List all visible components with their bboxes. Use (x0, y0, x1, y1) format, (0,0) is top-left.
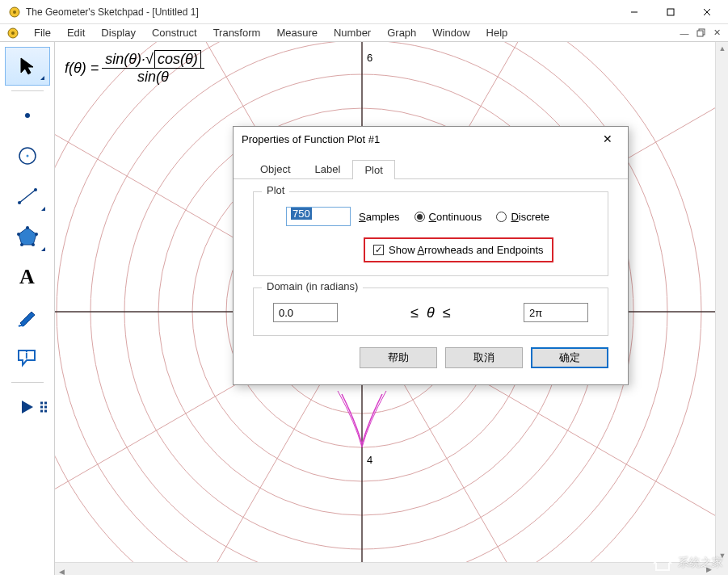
menu-measure[interactable]: Measure (268, 25, 326, 40)
dialog-tabs: Object Label Plot (234, 151, 628, 179)
select-tool[interactable] (5, 47, 50, 86)
info-icon: i (15, 346, 40, 370)
domain-from-input[interactable]: 0.0 (273, 303, 338, 322)
window-minimize-button[interactable] (616, 0, 652, 24)
ok-button[interactable]: 确定 (531, 347, 608, 368)
tab-object[interactable]: Object (248, 159, 303, 178)
dialog-title: Properties of Function Plot #1 (242, 133, 595, 145)
show-arrowheads-label: Show Arrowheads and Endpoints (389, 244, 544, 256)
radio-continuous[interactable]: Continuous (414, 211, 482, 223)
svg-point-21 (17, 233, 20, 236)
svg-marker-16 (19, 228, 36, 245)
help-button[interactable]: 帮助 (360, 347, 437, 368)
eq-den: sin(θ (134, 69, 172, 85)
menu-file[interactable]: File (26, 25, 59, 40)
text-icon: A (19, 265, 35, 289)
plot-legend: Plot (262, 184, 289, 196)
menu-display[interactable]: Display (93, 25, 144, 40)
mdi-close-button[interactable]: ✕ (709, 26, 724, 40)
eq-lhs: f(θ) = (65, 60, 99, 77)
play-icon (19, 398, 36, 416)
menu-number[interactable]: Number (326, 25, 379, 40)
polygon-tool[interactable] (5, 217, 50, 256)
vertical-scrollbar[interactable]: ▲ ▼ (715, 42, 728, 562)
menu-graph[interactable]: Graph (379, 25, 424, 40)
custom-tool[interactable] (5, 388, 50, 426)
svg-rect-9 (697, 31, 703, 36)
app-icon (8, 6, 21, 19)
plot-fieldset: Plot 750 Samples Continuous Discrete (253, 191, 608, 276)
dialog-close-button[interactable]: ✕ (595, 132, 620, 145)
sketch-canvas[interactable]: 6 4 f(θ) = sin(θ)·√cos(θ) sin(θ ▲ ▼ ◀ ▶ (55, 42, 728, 575)
menu-window[interactable]: Window (424, 25, 478, 40)
marker-tool[interactable] (5, 298, 50, 337)
marker-icon (15, 305, 40, 329)
circle-icon (16, 145, 39, 167)
window-close-button[interactable] (688, 0, 725, 24)
point-icon (16, 104, 39, 127)
tab-plot[interactable]: Plot (352, 160, 394, 179)
scroll-up-button[interactable]: ▲ (716, 42, 728, 55)
axis-label-top: 6 (367, 52, 372, 64)
eq-num-cos: cos(θ) (154, 50, 201, 68)
mdi-minimize-button[interactable]: — (677, 26, 692, 40)
show-arrowheads-highlight: ✓ Show Arrowheads and Endpoints (364, 237, 553, 262)
circle-tool[interactable] (5, 136, 50, 175)
polygon-icon (15, 225, 40, 249)
svg-point-14 (18, 201, 21, 204)
dialog-titlebar[interactable]: Properties of Function Plot #1 ✕ (234, 127, 628, 151)
radio-dot-icon (496, 212, 507, 222)
radio-discrete[interactable]: Discrete (496, 211, 549, 223)
domain-inequality: ≤ θ ≤ (410, 304, 451, 321)
domain-fieldset: Domain (in radians) 0.0 ≤ θ ≤ 2π (253, 288, 608, 336)
svg-point-17 (26, 226, 29, 229)
line-tool[interactable] (5, 177, 50, 216)
domain-to-input[interactable]: 2π (524, 303, 588, 322)
watermark-text: 系统之家 (678, 556, 723, 570)
mdi-restore-button[interactable] (693, 26, 708, 40)
menu-transform[interactable]: Transform (205, 25, 269, 40)
svg-point-20 (20, 243, 23, 246)
samples-input[interactable]: 750 (286, 207, 351, 226)
cancel-button[interactable]: 取消 (445, 347, 523, 368)
horizontal-scrollbar[interactable]: ◀ ▶ (55, 562, 715, 575)
menu-construct[interactable]: Construct (144, 25, 205, 40)
scroll-left-button[interactable]: ◀ (55, 565, 68, 575)
svg-rect-3 (667, 9, 674, 15)
domain-legend: Domain (in radians) (262, 280, 363, 292)
eq-num-sin: sin(θ) (105, 51, 141, 68)
document-icon (6, 27, 19, 40)
svg-point-19 (32, 243, 35, 246)
properties-dialog: Properties of Function Plot #1 ✕ Object … (233, 126, 629, 385)
point-tool[interactable] (5, 96, 50, 135)
function-equation[interactable]: f(θ) = sin(θ)·√cos(θ) sin(θ (65, 50, 208, 86)
window-maximize-button[interactable] (652, 0, 688, 24)
menu-help[interactable]: Help (478, 25, 516, 40)
svg-point-10 (25, 113, 30, 118)
svg-point-18 (35, 233, 38, 236)
menubar: File Edit Display Construct Transform Me… (0, 24, 728, 42)
watermark: 系统之家 (652, 554, 723, 572)
svg-point-1 (13, 10, 16, 14)
samples-label: Samples (359, 211, 400, 223)
arrow-icon (16, 55, 39, 78)
toolbox: A i (0, 42, 55, 575)
line-icon (16, 185, 39, 208)
show-arrowheads-checkbox[interactable]: ✓ (373, 245, 384, 255)
axis-label-bottom: 4 (367, 454, 372, 466)
dialog-buttons: 帮助 取消 确定 (253, 347, 608, 371)
menu-edit[interactable]: Edit (59, 25, 93, 40)
radio-dot-icon (414, 212, 425, 222)
svg-point-15 (34, 188, 37, 191)
house-icon (652, 554, 673, 572)
text-tool[interactable]: A (5, 258, 50, 296)
svg-line-13 (19, 190, 36, 203)
svg-text:i: i (25, 349, 28, 361)
svg-point-7 (11, 31, 15, 35)
window-titlebar: The Geometer's Sketchpad - [Untitled 1] (0, 0, 728, 24)
svg-point-12 (26, 155, 28, 157)
main-area: A i (0, 42, 728, 575)
info-tool[interactable]: i (5, 338, 50, 377)
window-title: The Geometer's Sketchpad - [Untitled 1] (26, 6, 616, 18)
tab-label[interactable]: Label (303, 159, 353, 178)
